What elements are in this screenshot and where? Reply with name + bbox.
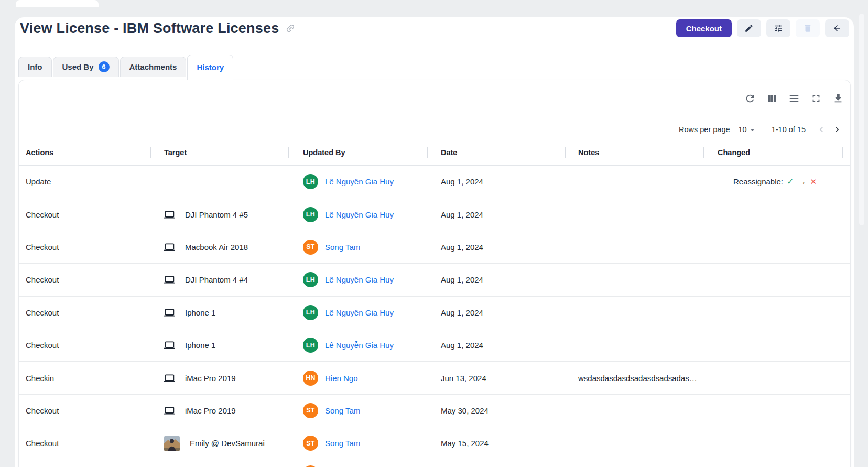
table-row[interactable]: Checkout Iphone 1 LH Lê Nguyễn Gia Huy A…: [19, 329, 850, 362]
used-by-count-badge: 6: [99, 61, 110, 72]
chevron-down-icon: [747, 125, 757, 135]
target-label: DJI Phantom 4 #5: [185, 210, 248, 219]
tab-used-by[interactable]: Used By6: [53, 57, 119, 77]
page-scrollbar-thumb[interactable]: [859, 14, 864, 225]
target-label: Macbook Air 2018: [185, 243, 248, 252]
table-toolbar: [742, 91, 846, 106]
tab-history[interactable]: History: [187, 55, 233, 80]
column-header-label: Date: [441, 148, 457, 157]
date-label: Aug 1, 2024: [441, 243, 483, 252]
action-label: Checkin: [26, 374, 54, 383]
table-row[interactable]: Checkout Emily @ DevSamurai ST Song Tam …: [19, 427, 850, 460]
date-label: Aug 1, 2024: [441, 210, 483, 219]
table-row[interactable]: Checkout DJI Phantom 4 #5 LH Lê Nguyễn G…: [19, 198, 850, 231]
column-header-label: Changed: [718, 148, 750, 157]
action-label: Checkout: [26, 341, 59, 350]
updated-by-link[interactable]: Lê Nguyễn Gia Huy: [325, 308, 394, 317]
avatar: ST: [303, 436, 318, 451]
column-header-notes[interactable]: Notes: [566, 139, 704, 166]
download-button[interactable]: [830, 91, 846, 106]
action-label: Update: [26, 177, 51, 186]
avatar: LH: [303, 305, 318, 320]
edit-button[interactable]: [737, 19, 761, 37]
avatar: LH: [303, 272, 318, 287]
avatar: HN: [303, 371, 318, 386]
arrow-right-icon: →: [797, 177, 806, 187]
target-label: iMac Pro 2019: [185, 374, 236, 383]
laptop-icon: [164, 307, 175, 318]
page-title: View License - IBM Software Licenses: [20, 20, 279, 37]
tab-label: History: [197, 63, 224, 72]
action-label: Checkout: [26, 243, 59, 252]
updated-by-link[interactable]: Lê Nguyễn Gia Huy: [325, 177, 394, 186]
link-icon[interactable]: [283, 21, 298, 36]
column-header-label: Notes: [578, 148, 599, 157]
updated-by-link[interactable]: Song Tam: [325, 243, 360, 252]
updated-by-link[interactable]: Lê Nguyễn Gia Huy: [325, 275, 394, 284]
action-label: Checkout: [26, 439, 59, 448]
date-label: Aug 1, 2024: [441, 308, 483, 317]
notes-label: wsdasdasdasdsadasdsadsadasd...: [578, 374, 699, 383]
sliders-icon: [774, 24, 783, 33]
table-row[interactable]: Update LH Lê Nguyễn Gia Huy Aug 1, 2024 …: [19, 166, 850, 198]
date-label: Jun 13, 2024: [441, 374, 486, 383]
license-view-page: View License - IBM Software Licenses Che…: [0, 0, 868, 467]
laptop-icon: [164, 405, 175, 416]
action-label: Checkout: [26, 275, 59, 284]
pencil-icon: [744, 24, 754, 33]
top-notch: [16, 0, 99, 7]
avatar: [303, 465, 318, 467]
column-header-updated-by[interactable]: Updated By: [289, 139, 428, 166]
avatar: LH: [303, 338, 318, 353]
tab-info[interactable]: Info: [18, 57, 52, 77]
table-row[interactable]: Checkin iMac Pro 2019 HN Hien Ngo Jun 13…: [19, 362, 850, 394]
action-label: Checkout: [26, 210, 59, 219]
column-header-actions[interactable]: Actions: [19, 139, 151, 166]
settings-button[interactable]: [766, 19, 790, 37]
table-row[interactable]: Checkout Macbook Air 2018 ST Song Tam Au…: [19, 231, 850, 264]
table-row-partial[interactable]: [19, 460, 850, 467]
cross-icon: ✕: [810, 177, 817, 187]
tab-attachments[interactable]: Attachments: [120, 57, 187, 77]
target-label: DJI Phantom 4 #4: [185, 275, 248, 284]
fullscreen-button[interactable]: [808, 91, 824, 106]
column-header-changed[interactable]: Changed: [704, 139, 843, 166]
laptop-icon: [164, 209, 175, 220]
avatar: ST: [303, 240, 318, 255]
density-button[interactable]: [786, 91, 802, 106]
tab-label: Used By: [62, 62, 94, 71]
table-row[interactable]: Checkout Iphone 1 LH Lê Nguyễn Gia Huy A…: [19, 297, 850, 329]
next-page-button[interactable]: [829, 122, 845, 137]
history-table-panel: Rows per page 10 1-10 of 15 ActionsTarge…: [18, 80, 851, 467]
updated-by-link[interactable]: Lê Nguyễn Gia Huy: [325, 210, 394, 219]
tab-label: Attachments: [129, 62, 177, 71]
target-photo: [164, 436, 180, 451]
laptop-icon: [164, 242, 175, 253]
page-size-value: 10: [739, 125, 747, 134]
updated-by-link[interactable]: Song Tam: [325, 406, 360, 415]
columns-button[interactable]: [764, 91, 780, 106]
table-row[interactable]: Checkout iMac Pro 2019 ST Song Tam May 3…: [19, 395, 850, 427]
action-label: Checkout: [26, 308, 59, 317]
column-header-date[interactable]: Date: [428, 139, 566, 166]
updated-by-link[interactable]: Hien Ngo: [325, 374, 358, 383]
column-header-target[interactable]: Target: [151, 139, 289, 166]
date-label: Aug 1, 2024: [441, 275, 483, 284]
laptop-icon: [164, 340, 175, 351]
refresh-icon: [744, 93, 756, 104]
updated-by-link[interactable]: Song Tam: [325, 439, 360, 448]
refresh-button[interactable]: [742, 91, 758, 106]
delete-button[interactable]: [796, 19, 820, 37]
avatar: LH: [303, 207, 318, 222]
table-row[interactable]: Checkout DJI Phantom 4 #4 LH Lê Nguyễn G…: [19, 264, 850, 296]
column-header-label: Target: [164, 148, 187, 157]
page-size-select[interactable]: 10: [739, 125, 757, 135]
date-label: May 15, 2024: [441, 439, 489, 448]
avatar: ST: [303, 403, 318, 418]
target-label: Emily @ DevSamurai: [190, 439, 265, 448]
back-button[interactable]: [825, 19, 849, 37]
updated-by-link[interactable]: Lê Nguyễn Gia Huy: [325, 341, 394, 350]
page-header: View License - IBM Software Licenses Che…: [20, 17, 849, 39]
checkout-button[interactable]: Checkout: [676, 19, 732, 37]
prev-page-button[interactable]: [813, 122, 829, 137]
